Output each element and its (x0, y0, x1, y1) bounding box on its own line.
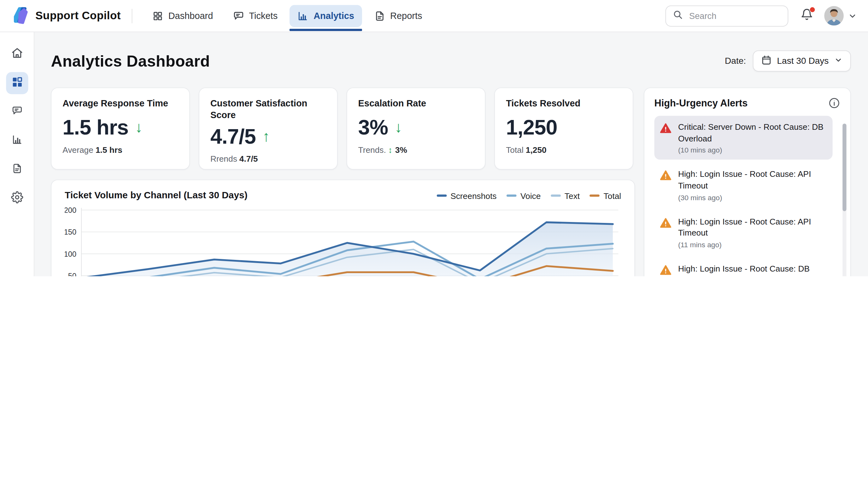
bar-chart-icon (298, 10, 308, 21)
grid-icon (152, 10, 163, 21)
info-icon[interactable] (828, 97, 841, 109)
chat-icon (233, 10, 244, 21)
nav-label: Tickets (249, 10, 278, 21)
top-navigation-bar: Support Copilot DashboardTicketsAnalytic… (0, 0, 868, 32)
alert-text: High: Login Issue - Root Cause: DB Timeo… (678, 263, 827, 276)
kpi-value: 4.7/5 (210, 125, 256, 148)
svg-text:100: 100 (65, 250, 76, 258)
kpi-row: Average Response Time 1.5 hrs↓ Average1.… (51, 87, 635, 170)
sidebar-item-dashboard[interactable] (6, 72, 28, 94)
nav-item-analytics[interactable]: Analytics (290, 0, 362, 32)
calendar-icon (761, 55, 772, 67)
chevron-down-icon (834, 56, 842, 66)
search-box[interactable] (665, 5, 788, 27)
nav-item-tickets[interactable]: Tickets (225, 0, 285, 32)
kpi-card-average-response-time: Average Response Time 1.5 hrs↓ Average1.… (51, 87, 190, 170)
trend-up-icon: ↑ (262, 129, 270, 144)
grid-icon (11, 76, 23, 90)
sidebar-item-tickets[interactable] (6, 101, 28, 123)
warning-icon (660, 122, 672, 154)
kpi-card-tickets-resolved: Tickets Resolved 1,250 Total1,250 (494, 87, 633, 170)
legend-item-voice: Voice (506, 191, 540, 200)
trend-down-icon: ↓ (135, 121, 143, 136)
app-window: Support Copilot DashboardTicketsAnalytic… (0, 0, 868, 276)
legend-item-text: Text (551, 191, 580, 200)
date-range-value: Last 30 Days (777, 56, 829, 66)
alerts-scrollbar-thumb[interactable] (842, 123, 846, 211)
legend-label: Total (604, 191, 621, 200)
account-menu-chevron-icon[interactable] (848, 11, 857, 20)
document-icon (11, 163, 22, 176)
chat-icon (11, 105, 22, 118)
bell-icon (801, 13, 813, 23)
line-chart: 050100150200Day 1Day 3Day 5Day 7Day 18Da… (65, 205, 622, 276)
date-label: Date: (725, 56, 746, 66)
main-content: Analytics Dashboard Date: Last 30 Days A… (34, 32, 868, 276)
sidebar (0, 32, 34, 276)
chart-legend: ScreenshotsVoiceTextTotal (436, 191, 621, 200)
gear-icon (11, 191, 23, 206)
legend-swatch (436, 195, 446, 197)
warning-icon (660, 217, 672, 249)
kpi-card-customer-satisfaction-score: Customer Satisfaction Score 4.7/5↑ Rrend… (199, 87, 338, 170)
legend-swatch (590, 195, 600, 197)
kpi-subtext: Total1,250 (506, 146, 622, 155)
copilot-logo-icon (11, 5, 30, 27)
legend-label: Text (565, 191, 580, 200)
sidebar-item-reports[interactable] (6, 159, 28, 181)
nav-label: Reports (390, 10, 422, 21)
alert-list: Critical: Server Down - Root Cause: DB O… (654, 116, 841, 276)
legend-swatch (551, 195, 561, 197)
page-title: Analytics Dashboard (51, 52, 210, 70)
warning-icon (660, 170, 672, 202)
high-urgency-alerts-card: High-Urgency Alerts Critical: Server Dow… (644, 87, 851, 276)
brand: Support Copilot (11, 5, 121, 27)
kpi-card-escalation-rate: Escalation Rate 3%↓ Trends.↕3% (347, 87, 486, 170)
kpi-value: 3% (358, 116, 388, 140)
alert-item[interactable]: High: Login Issue - Root Cause: API Time… (654, 210, 833, 254)
search-input[interactable] (688, 10, 801, 21)
avatar[interactable] (824, 6, 843, 25)
kpi-title: Escalation Rate (358, 97, 474, 110)
alert-text: Critical: Server Down - Root Cause: DB O… (678, 121, 827, 144)
sidebar-item-settings[interactable] (6, 187, 28, 209)
nav-item-reports[interactable]: Reports (367, 0, 430, 32)
main-nav: DashboardTicketsAnalyticsReports (145, 0, 430, 32)
date-range-button[interactable]: Last 30 Days (752, 51, 851, 72)
alert-item[interactable]: High: Login Issue - Root Cause: DB Timeo… (654, 258, 833, 276)
ticket-volume-chart-card: Ticket Volume by Channel (Last 30 Days) … (51, 180, 635, 276)
kpi-value: 1.5 hrs (62, 116, 128, 140)
chart-title: Ticket Volume by Channel (Last 30 Days) (65, 190, 247, 201)
home-icon (11, 47, 23, 62)
search-icon (673, 9, 683, 22)
alerts-title: High-Urgency Alerts (654, 97, 748, 109)
trend-updown-icon: ↕ (388, 146, 392, 155)
alert-item[interactable]: Critical: Server Down - Root Cause: DB O… (654, 116, 833, 160)
warning-icon (660, 264, 672, 276)
document-icon (374, 10, 385, 21)
brand-name: Support Copilot (35, 9, 121, 22)
notifications-button[interactable] (801, 8, 813, 23)
legend-item-total: Total (590, 191, 621, 200)
alert-time: (11 mins ago) (678, 240, 827, 249)
alert-time: (10 mins ago) (678, 146, 827, 154)
sidebar-item-home[interactable] (6, 43, 28, 65)
kpi-subtext: Rrends4.7/5 (210, 154, 326, 164)
kpi-title: Average Response Time (62, 97, 178, 110)
trend-down-icon: ↓ (395, 121, 402, 136)
legend-item-screenshots: Screenshots (436, 191, 496, 200)
kpi-subtext: Average1.5 hrs (62, 146, 178, 155)
sidebar-item-analytics[interactable] (6, 130, 28, 152)
svg-text:200: 200 (65, 206, 76, 215)
nav-item-dashboard[interactable]: Dashboard (145, 0, 221, 32)
divider (132, 8, 132, 23)
kpi-value: 1,250 (506, 116, 557, 140)
kpi-title: Tickets Resolved (506, 97, 622, 110)
legend-label: Screenshots (451, 191, 496, 200)
svg-text:50: 50 (68, 272, 76, 276)
kpi-title: Customer Satisfaction Score (210, 97, 326, 121)
bar-chart-icon (11, 134, 22, 147)
alerts-scrollbar-track (842, 123, 846, 276)
alert-item[interactable]: High: Login Issue - Root Cause: API Time… (654, 163, 833, 207)
alert-text: High: Login Issue - Root Cause: API Time… (678, 216, 827, 239)
